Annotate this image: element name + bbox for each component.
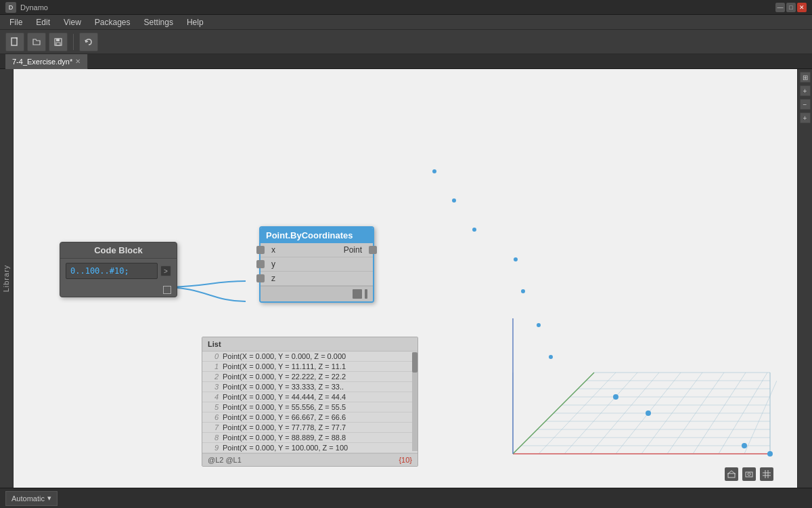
port-z-left: z xyxy=(261,274,275,283)
code-block-body: 0..100..#10; > xyxy=(60,259,177,283)
menu-view[interactable]: View xyxy=(57,16,88,28)
list-index: 4 xyxy=(208,393,219,401)
point-node-footer xyxy=(261,286,373,301)
list-index: 3 xyxy=(208,383,219,391)
port-x-label: x xyxy=(267,245,275,255)
svg-point-34 xyxy=(646,410,651,416)
window-controls: — □ ✕ xyxy=(775,3,807,12)
open-button[interactable] xyxy=(27,33,46,51)
scatter-point-2 xyxy=(472,228,476,232)
svg-line-16 xyxy=(744,381,777,454)
list-item: 7Point(X = 0.000, Y = 77.778, Z = 77.7 xyxy=(202,423,418,433)
port-row-z: z xyxy=(261,272,373,286)
port-z-dot[interactable] xyxy=(256,274,265,282)
port-y-label: y xyxy=(267,259,275,269)
main-layout: Library Code Block 0..100..#10; > xyxy=(0,69,812,488)
sidebar: Library xyxy=(0,69,14,488)
list-scrollbar-thumb[interactable] xyxy=(412,352,418,373)
app-title: Dynamo xyxy=(20,3,48,12)
menu-file[interactable]: File xyxy=(3,16,29,28)
code-block-output-port[interactable]: > xyxy=(160,266,171,276)
port-y-dot[interactable] xyxy=(256,260,265,268)
list-footer-count: {10} xyxy=(399,456,412,464)
run-mode-label: Automatic xyxy=(12,494,45,503)
svg-point-38 xyxy=(748,473,750,475)
list-index: 5 xyxy=(208,403,219,411)
titlebar-left: D Dynamo xyxy=(5,2,48,13)
svg-point-35 xyxy=(613,394,618,400)
statusbar: Automatic ▾ xyxy=(0,488,812,508)
list-item: 1Point(X = 0.000, Y = 11.111, Z = 11.1 xyxy=(202,362,418,372)
viewport-grid-button[interactable] xyxy=(760,467,773,481)
list-index: 9 xyxy=(208,444,219,452)
list-index: 1 xyxy=(208,362,219,371)
code-block-value[interactable]: 0..100..#10; xyxy=(66,263,158,279)
tab-close-button[interactable]: ✕ xyxy=(75,58,81,65)
zoom-out-button[interactable]: − xyxy=(800,99,811,110)
menu-help[interactable]: Help xyxy=(180,16,210,28)
list-scrollbar[interactable] xyxy=(412,352,418,451)
list-value: Point(X = 0.000, Y = 100.000, Z = 100 xyxy=(223,444,348,452)
code-block-title: Code Block xyxy=(60,242,177,259)
code-block-expand-icon[interactable] xyxy=(163,286,171,294)
list-item: 9Point(X = 0.000, Y = 100.000, Z = 100 xyxy=(202,443,418,453)
list-value: Point(X = 0.000, Y = 0.000, Z = 0.000 xyxy=(223,352,346,360)
footer-icon-2 xyxy=(365,289,367,299)
undo-button[interactable] xyxy=(79,33,98,51)
minimize-button[interactable]: — xyxy=(775,3,785,12)
maximize-button[interactable]: □ xyxy=(786,3,796,12)
port-y-left: y xyxy=(261,259,275,269)
tab-exercise[interactable]: 7-4_Exercise.dyn* ✕ xyxy=(5,54,88,69)
tab-label: 7-4_Exercise.dyn* xyxy=(12,58,72,66)
viewport-home-button[interactable] xyxy=(725,467,738,481)
code-block-node: Code Block 0..100..#10; > xyxy=(60,242,177,297)
canvas[interactable]: Code Block 0..100..#10; > Point.ByCoordi… xyxy=(14,69,797,488)
point-by-coordinates-node: Point.ByCoordinates x Point xyxy=(259,226,374,303)
svg-rect-36 xyxy=(728,473,735,478)
list-value: Point(X = 0.000, Y = 77.778, Z = 77.7 xyxy=(223,423,346,431)
run-mode-dropdown[interactable]: Automatic ▾ xyxy=(5,491,58,506)
port-point-out-dot[interactable] xyxy=(369,246,377,254)
list-footer-lreq: @L2 @L1 xyxy=(208,456,242,464)
list-panel-header: List xyxy=(202,337,418,352)
zoom-in-button[interactable]: + xyxy=(800,85,811,96)
port-x-left: x xyxy=(261,245,275,255)
list-value: Point(X = 0.000, Y = 33.333, Z = 33.. xyxy=(223,383,344,391)
list-value: Point(X = 0.000, Y = 11.111, Z = 11.1 xyxy=(223,362,346,371)
app-logo: D xyxy=(5,2,16,13)
zoom-custom-button[interactable]: + xyxy=(800,112,811,123)
sidebar-label: Library xyxy=(3,265,11,293)
viewport-controls xyxy=(725,467,773,481)
svg-rect-0 xyxy=(12,38,17,45)
list-item: 5Point(X = 0.000, Y = 55.556, Z = 55.5 xyxy=(202,402,418,412)
code-block-footer xyxy=(60,283,177,297)
scatter-point-4 xyxy=(521,289,525,293)
port-row-x: x Point xyxy=(261,243,373,257)
menubar: File Edit View Packages Settings Help xyxy=(0,15,812,30)
list-index: 8 xyxy=(208,433,219,442)
list-rows: 0Point(X = 0.000, Y = 0.000, Z = 0.0001P… xyxy=(202,352,418,453)
zoom-fit-button[interactable]: ⊞ xyxy=(800,72,811,83)
port-x-dot[interactable] xyxy=(256,246,265,254)
menu-edit[interactable]: Edit xyxy=(29,16,57,28)
toolbar xyxy=(0,30,812,54)
list-index: 7 xyxy=(208,423,219,431)
footer-icon-1 xyxy=(353,289,362,299)
new-button[interactable] xyxy=(5,33,24,51)
point-node-title: Point.ByCoordinates xyxy=(261,228,373,243)
list-value: Point(X = 0.000, Y = 44.444, Z = 44.4 xyxy=(223,393,346,401)
list-item: 8Point(X = 0.000, Y = 88.889, Z = 88.8 xyxy=(202,433,418,443)
save-button[interactable] xyxy=(49,33,68,51)
scatter-point-3 xyxy=(514,257,518,261)
menu-packages[interactable]: Packages xyxy=(88,16,137,28)
viewport-camera-button[interactable] xyxy=(742,467,756,481)
list-item: 6Point(X = 0.000, Y = 66.667, Z = 66.6 xyxy=(202,412,418,423)
close-button[interactable]: ✕ xyxy=(797,3,807,12)
menu-settings[interactable]: Settings xyxy=(137,16,180,28)
list-panel: List 0Point(X = 0.000, Y = 0.000, Z = 0.… xyxy=(202,337,418,467)
scatter-point-1 xyxy=(452,198,456,203)
list-item: 4Point(X = 0.000, Y = 44.444, Z = 44.4 xyxy=(202,392,418,402)
port-point-label: Point xyxy=(344,245,366,255)
port-x-right: Point xyxy=(344,245,373,255)
list-value: Point(X = 0.000, Y = 55.556, Z = 55.5 xyxy=(223,403,346,411)
